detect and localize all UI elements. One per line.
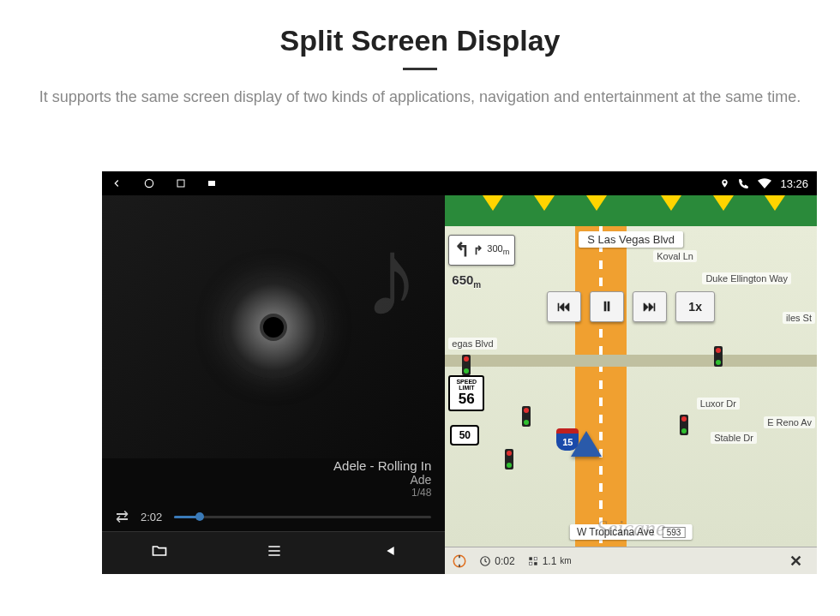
turn-distance: 650m: [452, 272, 481, 290]
home-icon[interactable]: [143, 177, 155, 189]
eta-time: 0:02: [479, 555, 514, 567]
map-bottom-bar: 0:02 1.1km ✕: [445, 547, 817, 574]
turn-right-icon: ↱: [473, 243, 483, 257]
map-prev-button[interactable]: ⏮: [547, 291, 581, 322]
map-street-label: Duke Ellington Way: [702, 272, 791, 284]
track-info: Adele - Rolling In Ade 1/48: [102, 458, 445, 502]
close-button[interactable]: ✕: [783, 551, 810, 571]
map-canvas[interactable]: egas Blvd Koval Ln Duke Ellington Way il…: [445, 226, 817, 547]
playlist-icon[interactable]: [264, 542, 285, 564]
track-artist: Ade: [116, 473, 431, 487]
interstate-shield: 15: [556, 428, 579, 451]
page-subtitle: It supports the same screen display of t…: [0, 86, 840, 109]
map-street-label: Koval Ln: [653, 250, 697, 262]
device-screen: 13:26 ♪ Adele - Rolling In Ade 1/48 ⇄ 2:…: [102, 171, 817, 574]
map-street-label: Stable Dr: [711, 432, 757, 444]
svg-rect-7: [529, 562, 532, 565]
svg-rect-6: [534, 557, 537, 560]
speed-limit-sign: SPEED LIMIT 56: [448, 375, 484, 411]
current-street-label: S Las Vegas Blvd: [579, 231, 683, 248]
screenshot-icon[interactable]: [207, 178, 217, 188]
split-container: ♪ Adele - Rolling In Ade 1/48 ⇄ 2:02: [102, 195, 817, 574]
elapsed-time: 2:02: [141, 511, 162, 523]
svg-rect-1: [177, 180, 184, 187]
previous-track-icon[interactable]: [379, 542, 398, 564]
map-speed-button[interactable]: 1x: [675, 291, 715, 322]
svg-point-0: [145, 179, 153, 187]
recent-apps-icon[interactable]: [176, 178, 186, 188]
music-note-icon: ♪: [363, 212, 419, 341]
track-title: Adele - Rolling In: [116, 458, 431, 473]
back-icon[interactable]: [111, 177, 123, 189]
map-street-label: egas Blvd: [448, 338, 496, 350]
map-playback-controls: ⏮ ⏸ ⏭ 1x: [547, 291, 715, 322]
folder-icon[interactable]: [149, 542, 170, 564]
seek-bar[interactable]: [174, 516, 431, 518]
traffic-light-icon: [522, 406, 531, 427]
music-bottom-bar: [102, 531, 445, 574]
shuffle-icon[interactable]: ⇄: [116, 507, 129, 526]
turn-left-icon: ↰: [454, 239, 470, 261]
status-time: 13:26: [780, 177, 808, 190]
cross-street-label: W Tropicana Ave 593: [570, 524, 693, 540]
svg-rect-5: [529, 557, 532, 560]
title-underline: [403, 68, 437, 70]
remaining-distance: 1.1km: [527, 555, 572, 567]
traffic-light-icon: [714, 346, 723, 367]
map-street-label: E Reno Av: [764, 416, 815, 428]
location-icon: [720, 177, 729, 189]
track-index: 1/48: [116, 487, 431, 499]
wifi-icon: [758, 178, 771, 188]
traffic-light-icon: [462, 355, 471, 375]
disc-icon: [222, 276, 325, 379]
navigation-map-pane[interactable]: egas Blvd Koval Ln Duke Ellington Way il…: [445, 195, 817, 574]
traffic-light-icon: [680, 415, 688, 435]
map-street-label: iles St: [783, 312, 815, 324]
svg-rect-2: [208, 181, 215, 186]
map-next-button[interactable]: ⏭: [633, 291, 667, 322]
status-bar: 13:26: [102, 171, 817, 195]
traffic-light-icon: [505, 449, 513, 469]
music-player-pane: ♪ Adele - Rolling In Ade 1/48 ⇄ 2:02: [102, 195, 445, 574]
lane-guidance-strip: [445, 195, 817, 226]
progress-row: ⇄ 2:02: [102, 502, 445, 531]
phone-icon: [738, 178, 749, 189]
compass-icon[interactable]: [452, 553, 467, 569]
android-nav-buttons: [111, 177, 217, 189]
svg-rect-8: [534, 562, 537, 565]
route-shield: 50: [450, 425, 479, 446]
map-street-label: Luxor Dr: [697, 398, 740, 410]
page-title: Split Screen Display: [0, 24, 840, 57]
album-art-area: ♪: [102, 195, 445, 458]
map-pause-button[interactable]: ⏸: [590, 291, 624, 322]
next-turn-box: ↰ ↱ 300m: [448, 235, 515, 266]
